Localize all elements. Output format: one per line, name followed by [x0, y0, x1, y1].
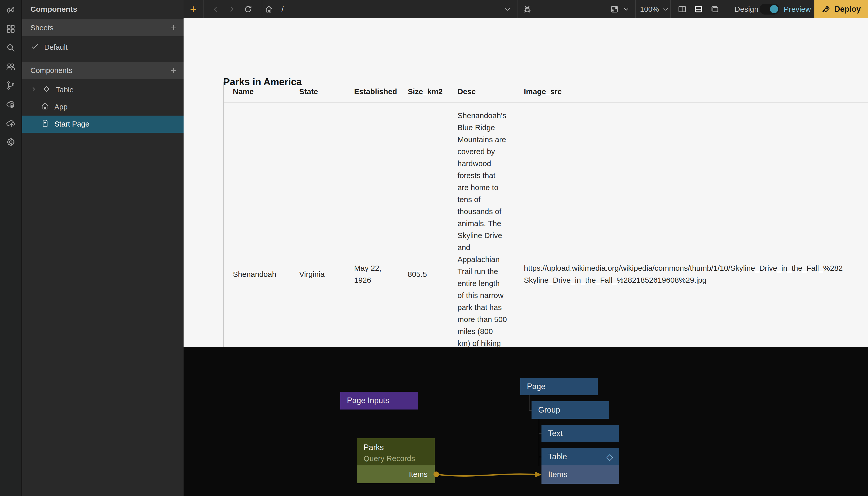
toolbar-divider: [262, 0, 262, 18]
check-icon: [30, 42, 39, 52]
top-toolbar: + / 100% Design Preview Deploy: [184, 0, 868, 18]
flow-node-table-items-port[interactable]: Items: [542, 465, 619, 484]
component-item-label: Start Page: [55, 120, 89, 128]
flow-node-label: Table: [548, 452, 567, 461]
windows-panel-button[interactable]: [709, 0, 721, 18]
sheets-section-label: Sheets: [30, 24, 54, 32]
column-header-desc[interactable]: Desc: [457, 80, 476, 103]
flow-node-table[interactable]: Table ◇: [542, 448, 619, 465]
rocket-icon: [822, 4, 831, 14]
flow-node-page-inputs[interactable]: Page Inputs: [340, 392, 418, 409]
debug-bug-icon[interactable]: [521, 0, 533, 18]
components-section-header[interactable]: Components +: [22, 62, 184, 79]
query-port-label: Items: [409, 470, 428, 479]
components-grid-icon[interactable]: [5, 24, 16, 34]
cell-name: Shenandoah: [233, 268, 276, 280]
git-branch-icon[interactable]: [5, 80, 16, 91]
add-component-toolbar-button[interactable]: +: [186, 0, 200, 18]
zoom-level[interactable]: 100%: [639, 0, 660, 18]
flow-node-label: Page: [527, 382, 545, 391]
flow-node-label: Text: [548, 429, 563, 438]
component-item-label: Table: [56, 86, 74, 94]
flow-node-label: Group: [538, 405, 560, 415]
toolbar-divider: [517, 0, 517, 18]
flow-node-page[interactable]: Page: [520, 378, 598, 395]
home-icon: [41, 102, 49, 112]
tree-connector-line: [529, 395, 530, 410]
sheets-section-header[interactable]: Sheets +: [22, 19, 184, 36]
page-dropdown-chevron-icon[interactable]: [502, 0, 513, 18]
users-icon[interactable]: [5, 61, 16, 72]
column-header-established[interactable]: Established: [354, 80, 397, 103]
reload-button[interactable]: [243, 0, 254, 18]
components-section-label: Components: [30, 66, 72, 75]
zoom-chevron-icon[interactable]: [660, 0, 671, 18]
diamond-icon: [42, 85, 51, 95]
components-sidebar: Components Sheets + Default Components +…: [22, 0, 184, 496]
tree-connector-line: [539, 419, 539, 466]
cell-state: Virginia: [299, 268, 325, 280]
sidebar-item-default-sheet[interactable]: Default: [22, 39, 184, 56]
sidebar-item-app[interactable]: App: [22, 98, 184, 115]
settings-gear-icon[interactable]: [5, 137, 16, 148]
toolbar-divider: [670, 0, 671, 18]
table-header-row: Name State Established Size_km2 Desc Ima…: [224, 80, 868, 103]
document-icon: [41, 119, 49, 129]
page-path[interactable]: /: [277, 0, 288, 18]
chevron-right-icon[interactable]: [30, 86, 37, 94]
query-node-items-port[interactable]: Items: [357, 465, 435, 483]
deploy-button-label: Deploy: [834, 4, 861, 14]
icon-rail: [0, 0, 22, 496]
design-mode-label[interactable]: Design: [732, 0, 761, 18]
app-logo-icon[interactable]: [5, 4, 16, 15]
sidebar-title: Components: [22, 0, 184, 18]
sidebar-item-table[interactable]: Table: [22, 81, 184, 98]
cell-desc: Shenandoah's Blue Ridge Mountains are co…: [457, 109, 516, 347]
column-header-state[interactable]: State: [299, 80, 318, 103]
column-header-size-km2[interactable]: Size_km2: [408, 80, 443, 103]
fit-view-chevron-icon[interactable]: [621, 0, 631, 18]
toolbar-divider: [203, 0, 204, 18]
column-header-image-src[interactable]: Image_src: [524, 80, 562, 103]
search-icon[interactable]: [5, 42, 16, 53]
app-canvas[interactable]: Parks in America Name State Established …: [184, 18, 868, 347]
query-node-header[interactable]: Parks Query Records: [357, 438, 435, 465]
cloud-function-icon[interactable]: [5, 118, 16, 128]
column-header-name[interactable]: Name: [233, 80, 254, 103]
items-connection-arrow: [184, 347, 868, 496]
component-item-label: App: [55, 103, 68, 111]
split-horizontal-panel-button[interactable]: [692, 0, 705, 18]
preview-mode-label[interactable]: Preview: [782, 0, 812, 18]
state-flow-panel[interactable]: Page Inputs Page Group Text Table ◇ Item…: [184, 347, 868, 496]
parks-table[interactable]: Name State Established Size_km2 Desc Ima…: [223, 80, 868, 347]
forward-button[interactable]: [226, 0, 238, 18]
cell-image-src: https://upload.wikimedia.org/wikipedia/c…: [524, 262, 868, 286]
flow-node-text[interactable]: Text: [542, 425, 619, 442]
toggle-knob[interactable]: [770, 5, 778, 13]
design-preview-toggle[interactable]: [760, 0, 779, 18]
add-sheet-button[interactable]: +: [170, 22, 177, 34]
sheet-item-label: Default: [44, 43, 68, 51]
home-page-button[interactable]: [263, 0, 274, 18]
diamond-icon: ◇: [607, 452, 613, 462]
split-vertical-panel-button[interactable]: [676, 0, 688, 18]
flow-node-label: Page Inputs: [347, 396, 389, 405]
fit-view-button[interactable]: [609, 0, 620, 18]
cloud-database-icon[interactable]: [5, 99, 16, 110]
query-node-title: Parks: [364, 443, 415, 452]
sidebar-item-start-page[interactable]: Start Page: [22, 115, 184, 133]
add-component-button[interactable]: +: [170, 65, 177, 76]
flow-node-label: Items: [548, 470, 567, 479]
toolbar-divider: [635, 0, 636, 18]
cell-established: May 22, 1926: [354, 262, 381, 286]
back-button[interactable]: [210, 0, 221, 18]
query-node-subtitle: Query Records: [364, 454, 415, 463]
flow-node-group[interactable]: Group: [532, 401, 609, 419]
cell-size-km2: 805.5: [408, 268, 427, 280]
deploy-button[interactable]: Deploy: [814, 0, 868, 18]
